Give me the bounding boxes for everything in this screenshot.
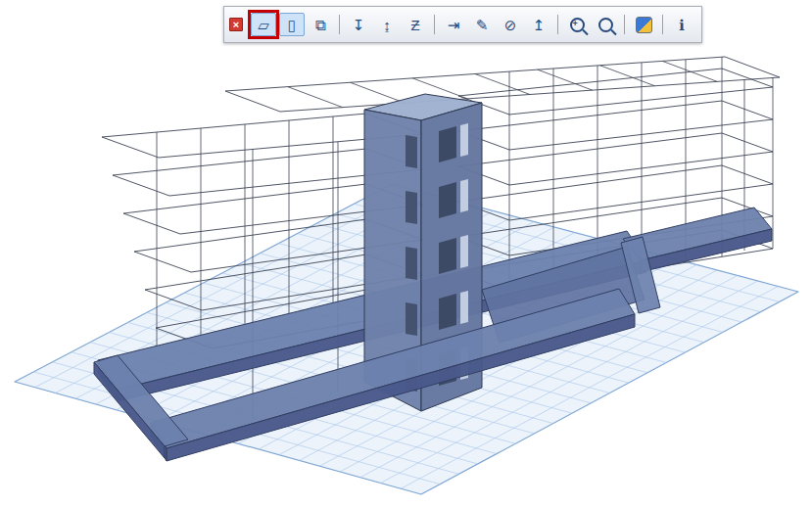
- close-icon: ×: [233, 20, 239, 29]
- copy-plane-icon: ⧉: [315, 18, 326, 32]
- style-sphere-icon: [636, 17, 652, 33]
- zoom-in-button[interactable]: [564, 13, 590, 36]
- gravitate-to-slab-button[interactable]: ↧: [346, 13, 371, 36]
- editing-plane-icon: ▱: [258, 18, 269, 32]
- vertical-plane-icon: ▯: [288, 18, 296, 32]
- editing-plane-position-button[interactable]: ▯: [279, 13, 305, 36]
- no-gravity-button[interactable]: ⊘: [498, 13, 523, 36]
- lift-plane-button[interactable]: ↥: [526, 13, 551, 36]
- app-canvas: × ▱▯⧉↧↨Ƶ⇥✎⊘↥ℹ: [0, 0, 812, 508]
- toolbar-items: ▱▯⧉↧↨Ƶ⇥✎⊘↥ℹ: [251, 13, 694, 36]
- zoom-in-icon: [570, 18, 585, 32]
- zoom-button[interactable]: [593, 13, 618, 36]
- info-icon: ℹ: [679, 18, 685, 32]
- offset-arrow-icon: ⇥: [448, 18, 460, 32]
- align-z-button[interactable]: Ƶ: [403, 13, 428, 36]
- element-info-button[interactable]: ℹ: [669, 13, 694, 36]
- toolbar-close-button[interactable]: ×: [229, 18, 243, 31]
- gravity-updown-icon: ↨: [383, 18, 391, 32]
- zoom-icon: [598, 18, 613, 32]
- toolbar-separator: [434, 15, 435, 34]
- toolbar-separator: [557, 15, 558, 34]
- gravity-up-icon: ↥: [533, 18, 546, 32]
- slash-icon: ⊘: [504, 18, 517, 32]
- show-editing-plane-button[interactable]: ▱: [251, 13, 276, 36]
- toolbar-separator: [339, 15, 340, 34]
- duplicate-editing-plane-button[interactable]: ⧉: [308, 13, 333, 36]
- pencil-icon: ✎: [476, 18, 489, 32]
- offset-plane-button[interactable]: ⇥: [441, 13, 466, 36]
- editing-plane-toolbar: × ▱▯⧉↧↨Ƶ⇥✎⊘↥ℹ: [223, 6, 702, 43]
- toolbar-separator: [624, 15, 625, 34]
- edit-plane-button[interactable]: ✎: [469, 13, 495, 36]
- 3d-viewport[interactable]: [0, 0, 812, 508]
- gravity-down-icon: ↧: [353, 18, 365, 32]
- gravitate-to-roof-button[interactable]: ↨: [374, 13, 400, 36]
- z-align-icon: Ƶ: [410, 18, 419, 32]
- render-style-button[interactable]: [631, 13, 656, 36]
- toolbar-separator: [662, 15, 663, 34]
